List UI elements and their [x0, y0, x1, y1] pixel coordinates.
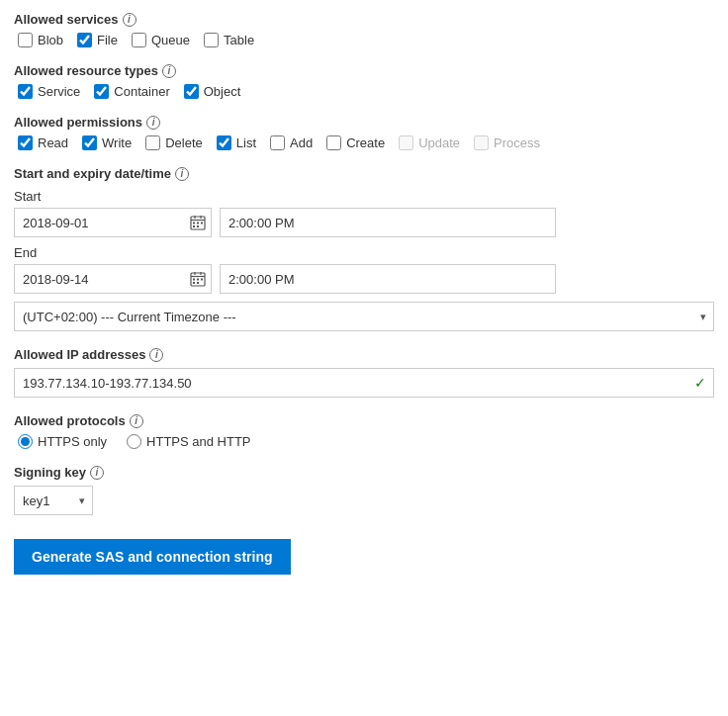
add-checkbox[interactable] — [270, 135, 285, 150]
svg-rect-8 — [197, 225, 199, 227]
ip-input[interactable] — [14, 368, 714, 398]
add-checkbox-item: Add — [270, 135, 313, 150]
blob-checkbox-item: Blob — [18, 33, 63, 47]
end-label: End — [14, 245, 714, 260]
delete-checkbox-item: Delete — [145, 135, 203, 150]
file-label[interactable]: File — [97, 33, 118, 47]
update-label[interactable]: Update — [418, 135, 460, 150]
ip-input-wrapper: ✓ — [14, 368, 714, 398]
create-label[interactable]: Create — [346, 135, 385, 150]
end-date-row — [14, 264, 714, 294]
start-date-row — [14, 208, 714, 237]
delete-label[interactable]: Delete — [165, 135, 203, 150]
generate-sas-button[interactable]: Generate SAS and connection string — [14, 539, 291, 575]
svg-rect-16 — [193, 282, 195, 284]
list-label[interactable]: List — [236, 135, 256, 150]
container-checkbox[interactable] — [94, 84, 109, 99]
create-checkbox[interactable] — [326, 135, 341, 150]
https-http-radio-item: HTTPS and HTTP — [127, 434, 250, 449]
blob-checkbox[interactable] — [18, 33, 33, 47]
process-checkbox-item: Process — [474, 135, 540, 150]
end-date-input-wrapper — [14, 264, 212, 294]
add-label[interactable]: Add — [290, 135, 313, 150]
https-http-label[interactable]: HTTPS and HTTP — [146, 434, 250, 449]
allowed-resource-types-checkboxes: Service Container Object — [14, 84, 714, 99]
allowed-resource-types-info-icon[interactable]: i — [162, 64, 176, 78]
signing-key-label: Signing key — [14, 465, 86, 480]
svg-rect-7 — [193, 225, 195, 227]
object-checkbox-item: Object — [184, 84, 241, 99]
start-date-input[interactable] — [14, 208, 212, 237]
table-label[interactable]: Table — [224, 33, 254, 47]
datetime-section: Start and expiry date/time i Start — [14, 166, 714, 331]
object-checkbox[interactable] — [184, 84, 199, 99]
start-date-input-wrapper — [14, 208, 212, 237]
end-date-input[interactable] — [14, 264, 212, 294]
svg-rect-15 — [201, 279, 203, 281]
signing-key-select-wrapper: key1 key2 ▾ — [14, 486, 93, 515]
update-checkbox[interactable] — [399, 135, 413, 150]
write-checkbox[interactable] — [82, 135, 97, 150]
allowed-permissions-checkboxes: Read Write Delete List Add Create Update — [14, 135, 714, 150]
container-label[interactable]: Container — [114, 84, 169, 99]
datetime-info-icon[interactable]: i — [175, 167, 189, 181]
allowed-permissions-title: Allowed permissions i — [14, 115, 714, 130]
service-label[interactable]: Service — [38, 84, 80, 99]
calendar-icon — [190, 215, 206, 230]
datetime-title: Start and expiry date/time i — [14, 166, 714, 181]
start-time-input[interactable] — [220, 208, 556, 237]
allowed-resource-types-title: Allowed resource types i — [14, 63, 714, 78]
end-time-input[interactable] — [220, 264, 556, 294]
start-label: Start — [14, 189, 714, 204]
svg-rect-17 — [197, 282, 199, 284]
ip-addresses-info-icon[interactable]: i — [149, 348, 163, 362]
https-http-radio[interactable] — [127, 434, 141, 449]
datetime-label: Start and expiry date/time — [14, 166, 171, 181]
table-checkbox[interactable] — [204, 33, 219, 47]
list-checkbox-item: List — [217, 135, 256, 150]
svg-rect-14 — [197, 279, 199, 281]
https-only-label[interactable]: HTTPS only — [38, 434, 107, 449]
service-checkbox-item: Service — [18, 84, 80, 99]
file-checkbox[interactable] — [77, 33, 92, 47]
https-only-radio[interactable] — [18, 434, 33, 449]
queue-checkbox[interactable] — [132, 33, 146, 47]
write-checkbox-item: Write — [82, 135, 132, 150]
timezone-select-wrapper: (UTC+02:00) --- Current Timezone --- ▾ — [14, 302, 714, 331]
blob-label[interactable]: Blob — [38, 33, 63, 47]
object-label[interactable]: Object — [204, 84, 241, 99]
allowed-services-section: Allowed services i Blob File Queue Table — [14, 12, 714, 47]
queue-label[interactable]: Queue — [151, 33, 190, 47]
svg-rect-13 — [193, 279, 195, 281]
read-label[interactable]: Read — [38, 135, 68, 150]
protocols-title: Allowed protocols i — [14, 413, 714, 428]
container-checkbox-item: Container — [94, 84, 169, 99]
protocols-radio-row: HTTPS only HTTPS and HTTP — [14, 434, 714, 449]
protocols-info-icon[interactable]: i — [130, 414, 143, 428]
https-only-radio-item: HTTPS only — [18, 434, 107, 449]
timezone-select[interactable]: (UTC+02:00) --- Current Timezone --- — [14, 302, 714, 331]
create-checkbox-item: Create — [326, 135, 385, 150]
service-checkbox[interactable] — [18, 84, 33, 99]
allowed-permissions-info-icon[interactable]: i — [146, 116, 160, 130]
list-checkbox[interactable] — [217, 135, 231, 150]
generate-button-wrapper: Generate SAS and connection string — [14, 531, 714, 575]
write-label[interactable]: Write — [102, 135, 132, 150]
read-checkbox[interactable] — [18, 135, 33, 150]
allowed-resource-types-section: Allowed resource types i Service Contain… — [14, 63, 714, 99]
start-calendar-button[interactable] — [188, 213, 208, 232]
process-label[interactable]: Process — [494, 135, 540, 150]
signing-key-select[interactable]: key1 key2 — [14, 486, 93, 515]
calendar-icon — [190, 271, 206, 287]
end-calendar-button[interactable] — [188, 269, 208, 289]
signing-key-section: Signing key i key1 key2 ▾ — [14, 465, 714, 515]
protocols-label: Allowed protocols — [14, 413, 126, 428]
signing-key-info-icon[interactable]: i — [90, 466, 104, 480]
allowed-services-title: Allowed services i — [14, 12, 714, 27]
read-checkbox-item: Read — [18, 135, 68, 150]
allowed-services-label: Allowed services — [14, 12, 119, 27]
process-checkbox[interactable] — [474, 135, 489, 150]
allowed-services-info-icon[interactable]: i — [123, 13, 136, 27]
ip-addresses-label: Allowed IP addresses — [14, 347, 145, 362]
delete-checkbox[interactable] — [145, 135, 160, 150]
